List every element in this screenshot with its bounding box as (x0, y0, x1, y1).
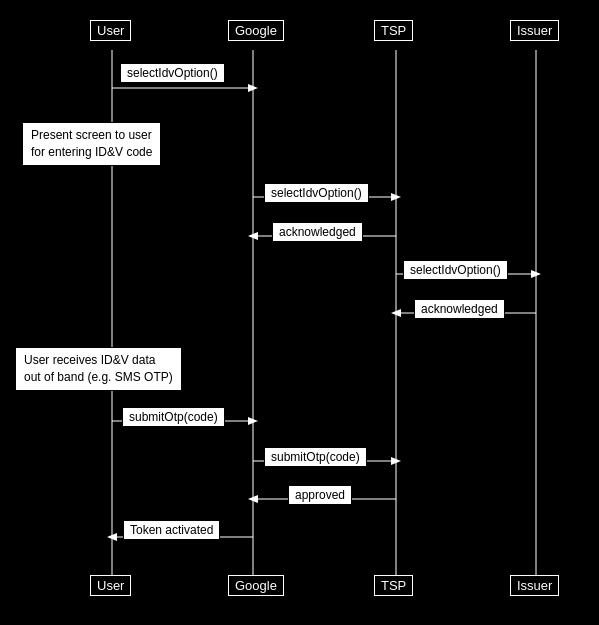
msg-acknowledged-1: acknowledged (272, 222, 363, 242)
sequence-diagram: User Google TSP Issuer User Google TSP I… (0, 0, 599, 625)
note-user-receives: User receives ID&V data out of band (e.g… (15, 347, 182, 391)
msg-approved: approved (288, 485, 352, 505)
actor-user-bottom: User (90, 575, 131, 596)
actor-google-top: Google (228, 20, 284, 41)
msg-submit-otp-2: submitOtp(code) (264, 447, 367, 467)
arrows-svg (0, 0, 599, 625)
msg-acknowledged-2: acknowledged (414, 299, 505, 319)
actor-issuer-top: Issuer (510, 20, 559, 41)
svg-marker-9 (248, 232, 258, 240)
svg-marker-17 (391, 457, 401, 465)
svg-marker-13 (391, 309, 401, 317)
msg-select-idv-3: selectIdvOption() (403, 260, 508, 280)
actor-google-bottom: Google (228, 575, 284, 596)
svg-marker-15 (248, 417, 258, 425)
note-present-screen: Present screen to user for entering ID&V… (22, 122, 161, 166)
svg-marker-21 (107, 533, 117, 541)
actor-tsp-top: TSP (374, 20, 413, 41)
msg-select-idv-2: selectIdvOption() (264, 183, 369, 203)
msg-token-activated: Token activated (123, 520, 220, 540)
svg-marker-11 (531, 270, 541, 278)
actor-issuer-bottom: Issuer (510, 575, 559, 596)
svg-marker-7 (391, 193, 401, 201)
actor-user-top: User (90, 20, 131, 41)
svg-marker-19 (248, 495, 258, 503)
svg-marker-5 (248, 84, 258, 92)
msg-select-idv-1: selectIdvOption() (120, 63, 225, 83)
msg-submit-otp-1: submitOtp(code) (122, 407, 225, 427)
actor-tsp-bottom: TSP (374, 575, 413, 596)
